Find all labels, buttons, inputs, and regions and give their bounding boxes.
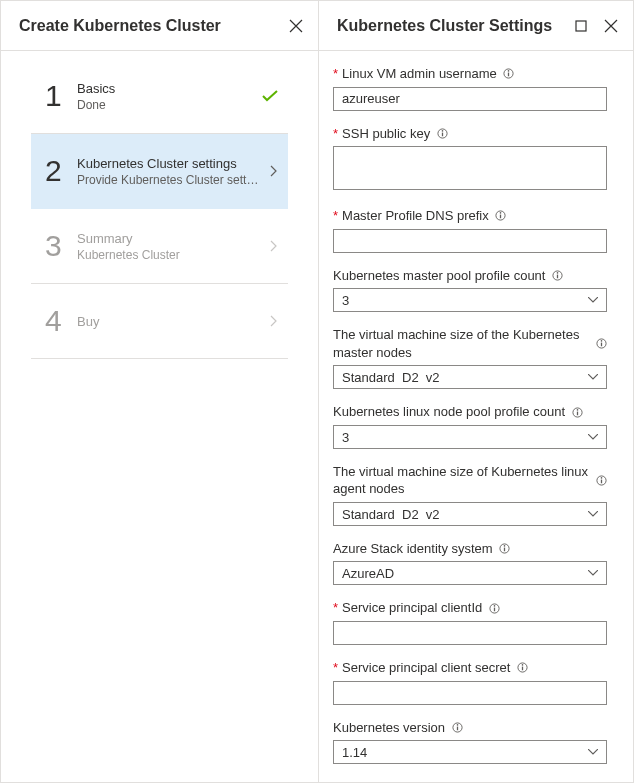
field-master-count: Kubernetes master pool profile count 3 xyxy=(333,267,607,313)
step-summary[interactable]: 3 Summary Kubernetes Cluster xyxy=(31,209,288,284)
required-marker: * xyxy=(333,65,338,83)
step-buy[interactable]: 4 Buy xyxy=(31,284,288,359)
right-header-icons xyxy=(573,18,619,34)
field-ssh-key: * SSH public key xyxy=(333,125,607,194)
info-icon[interactable] xyxy=(495,210,507,222)
required-marker: * xyxy=(333,599,338,617)
field-label: Azure Stack identity system xyxy=(333,540,493,558)
step-title: Summary xyxy=(77,231,260,246)
field-identity: Azure Stack identity system AzureAD xyxy=(333,540,607,586)
right-title: Kubernetes Cluster Settings xyxy=(337,17,552,35)
info-icon[interactable] xyxy=(499,543,511,555)
info-icon[interactable] xyxy=(551,269,563,281)
info-icon[interactable] xyxy=(451,721,463,733)
field-label: Service principal clientId xyxy=(342,599,482,617)
field-dns-prefix: * Master Profile DNS prefix xyxy=(333,207,607,253)
left-title: Create Kubernetes Cluster xyxy=(19,17,221,35)
info-icon[interactable] xyxy=(488,602,500,614)
svg-point-30 xyxy=(522,664,524,666)
wizard-steps-panel: Create Kubernetes Cluster 1 Basics Done … xyxy=(1,1,319,782)
info-icon[interactable] xyxy=(436,127,448,139)
svg-rect-14 xyxy=(601,343,602,347)
svg-rect-0 xyxy=(576,21,586,31)
step-title: Kubernetes Cluster settings xyxy=(77,156,260,171)
close-icon[interactable] xyxy=(288,18,304,34)
field-label: Linux VM admin username xyxy=(342,65,497,83)
step-text: Buy xyxy=(77,314,260,329)
settings-panel: Kubernetes Cluster Settings * Linux VM a… xyxy=(319,1,633,782)
step-text: Kubernetes Cluster settings Provide Kube… xyxy=(77,156,260,187)
svg-rect-23 xyxy=(504,548,505,552)
master-size-select[interactable]: Standard_D2_v2 xyxy=(333,365,607,389)
step-title: Basics xyxy=(77,81,260,96)
field-label: Kubernetes linux node pool profile count xyxy=(333,403,565,421)
svg-rect-32 xyxy=(456,726,457,730)
step-text: Summary Kubernetes Cluster xyxy=(77,231,260,262)
chevron-right-icon xyxy=(260,165,278,177)
field-label: Master Profile DNS prefix xyxy=(342,207,489,225)
node-count-select[interactable]: 3 xyxy=(333,425,607,449)
chevron-right-icon xyxy=(260,315,278,327)
k8s-version-select[interactable]: 1.14 xyxy=(333,740,607,764)
info-icon[interactable] xyxy=(503,68,515,80)
svg-point-33 xyxy=(456,724,458,726)
step-subtitle: Provide Kubernetes Cluster settin... xyxy=(77,173,260,187)
sp-clientid-input[interactable] xyxy=(333,621,607,645)
left-header-icons xyxy=(288,18,304,34)
field-label: Kubernetes master pool profile count xyxy=(333,267,545,285)
required-marker: * xyxy=(333,659,338,677)
svg-point-27 xyxy=(493,605,495,607)
field-sp-clientid: * Service principal clientId xyxy=(333,599,607,645)
step-title: Buy xyxy=(77,314,260,329)
maximize-icon[interactable] xyxy=(573,18,589,34)
svg-rect-11 xyxy=(557,274,558,278)
chevron-right-icon xyxy=(260,240,278,252)
svg-point-15 xyxy=(601,340,603,342)
step-cluster-settings[interactable]: 2 Kubernetes Cluster settings Provide Ku… xyxy=(31,134,288,209)
svg-point-18 xyxy=(576,409,578,411)
field-k8s-version: Kubernetes version 1.14 xyxy=(333,719,607,765)
field-node-count: Kubernetes linux node pool profile count… xyxy=(333,403,607,449)
field-node-size: The virtual machine size of Kubernetes l… xyxy=(333,463,607,526)
close-icon[interactable] xyxy=(603,18,619,34)
svg-rect-2 xyxy=(508,73,509,77)
check-icon xyxy=(260,90,278,102)
svg-rect-8 xyxy=(500,215,501,219)
steps-list: 1 Basics Done 2 Kubernetes Cluster setti… xyxy=(1,51,318,367)
svg-point-3 xyxy=(508,70,510,72)
sp-secret-input[interactable] xyxy=(333,681,607,705)
node-size-select[interactable]: Standard_D2_v2 xyxy=(333,502,607,526)
info-icon[interactable] xyxy=(596,338,607,350)
step-number: 1 xyxy=(45,79,77,113)
dns-prefix-input[interactable] xyxy=(333,229,607,253)
field-sp-secret: * Service principal client secret xyxy=(333,659,607,705)
field-vm-admin: * Linux VM admin username xyxy=(333,65,607,111)
step-subtitle: Kubernetes Cluster xyxy=(77,248,260,262)
step-number: 4 xyxy=(45,304,77,338)
required-marker: * xyxy=(333,125,338,143)
right-header: Kubernetes Cluster Settings xyxy=(319,1,633,51)
info-icon[interactable] xyxy=(516,662,528,674)
info-icon[interactable] xyxy=(571,406,583,418)
svg-point-24 xyxy=(504,545,506,547)
svg-point-12 xyxy=(557,272,559,274)
field-label: The virtual machine size of the Kubernet… xyxy=(333,326,590,361)
required-marker: * xyxy=(333,207,338,225)
step-subtitle: Done xyxy=(77,98,260,112)
svg-rect-20 xyxy=(601,479,602,483)
svg-point-6 xyxy=(441,130,443,132)
step-basics[interactable]: 1 Basics Done xyxy=(31,59,288,134)
master-count-select[interactable]: 3 xyxy=(333,288,607,312)
svg-point-21 xyxy=(601,477,603,479)
info-icon[interactable] xyxy=(596,474,607,486)
svg-rect-17 xyxy=(576,411,577,415)
vm-admin-input[interactable] xyxy=(333,87,607,111)
step-number: 2 xyxy=(45,154,77,188)
ssh-key-input[interactable] xyxy=(333,146,607,190)
field-master-size: The virtual machine size of the Kubernet… xyxy=(333,326,607,389)
identity-select[interactable]: AzureAD xyxy=(333,561,607,585)
field-label: Kubernetes version xyxy=(333,719,445,737)
field-label: Service principal client secret xyxy=(342,659,510,677)
settings-form: * Linux VM admin username * SSH public k… xyxy=(319,51,633,778)
svg-point-9 xyxy=(500,212,502,214)
